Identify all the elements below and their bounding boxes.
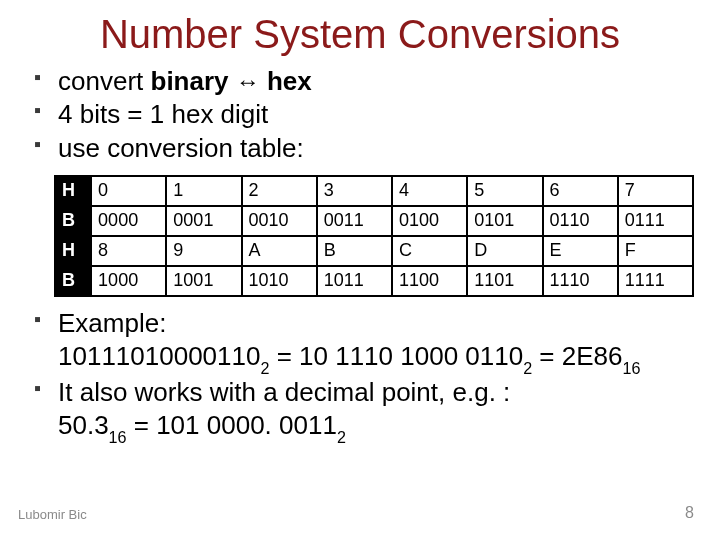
bullet-4bits: 4 bits = 1 hex digit [32,98,690,131]
text: Example: [58,308,166,338]
cell: 0100 [392,206,467,236]
footer-page-number: 8 [685,504,694,522]
cell: 0101 [467,206,542,236]
cell: C [392,236,467,266]
table-row: H 0 1 2 3 4 5 6 7 [55,176,693,206]
cell: 1010 [242,266,317,296]
cell: 9 [166,236,241,266]
bullet-usetable: use conversion table: [32,132,690,165]
bullet-convert: convert binary ↔ hex [32,65,690,98]
cell: F [618,236,693,266]
slide: Number System Conversions convert binary… [0,0,720,540]
cell: 2 [242,176,317,206]
text: = 2E86 [532,341,622,371]
cell: 0000 [91,206,166,236]
cell: 1011 [317,266,392,296]
text: It also works with a decimal point, e.g.… [58,377,510,407]
cell: 0001 [166,206,241,236]
cell: 1100 [392,266,467,296]
cell: 0110 [543,206,618,236]
cell: B [317,236,392,266]
text: convert [58,66,151,96]
table-row: B 0000 0001 0010 0011 0100 0101 0110 011… [55,206,693,236]
subscript: 16 [109,428,127,446]
subscript: 2 [260,359,269,377]
bullets-bottom: Example: 101110100001102 = 10 1110 1000 … [32,307,690,445]
text: = 101 0000. 0011 [127,410,337,440]
subscript: 2 [337,428,346,446]
bullet-example: Example: 101110100001102 = 10 1110 1000 … [32,307,690,376]
table-row: H 8 9 A B C D E F [55,236,693,266]
cell: 4 [392,176,467,206]
cell: 0111 [618,206,693,236]
bullets-top: convert binary ↔ hex 4 bits = 1 hex digi… [32,65,690,165]
cell: E [543,236,618,266]
row-header-h: H [55,236,91,266]
cell: 5 [467,176,542,206]
cell: 1101 [467,266,542,296]
text-bold: binary [151,66,236,96]
row-header-h: H [55,176,91,206]
row-header-b: B [55,266,91,296]
text-bold: hex [260,66,312,96]
page-title: Number System Conversions [30,12,690,57]
table-row: B 1000 1001 1010 1011 1100 1101 1110 111… [55,266,693,296]
text: = 10 1110 1000 0110 [269,341,523,371]
cell: A [242,236,317,266]
cell: 1001 [166,266,241,296]
footer-author: Lubomir Bic [18,507,87,522]
subscript: 16 [623,359,641,377]
conversion-table: H 0 1 2 3 4 5 6 7 B 0000 0001 0010 0011 … [54,175,694,297]
bullet-decimal: It also works with a decimal point, e.g.… [32,376,690,445]
cell: 0010 [242,206,317,236]
text: 50.3 [58,410,109,440]
cell: 0011 [317,206,392,236]
arrow-icon: ↔ [236,68,260,95]
cell: 3 [317,176,392,206]
cell: 1110 [543,266,618,296]
cell: 0 [91,176,166,206]
cell: 1 [166,176,241,206]
cell: 1000 [91,266,166,296]
text: 10111010000110 [58,341,260,371]
cell: D [467,236,542,266]
cell: 8 [91,236,166,266]
cell: 1111 [618,266,693,296]
cell: 7 [618,176,693,206]
cell: 6 [543,176,618,206]
subscript: 2 [523,359,532,377]
row-header-b: B [55,206,91,236]
